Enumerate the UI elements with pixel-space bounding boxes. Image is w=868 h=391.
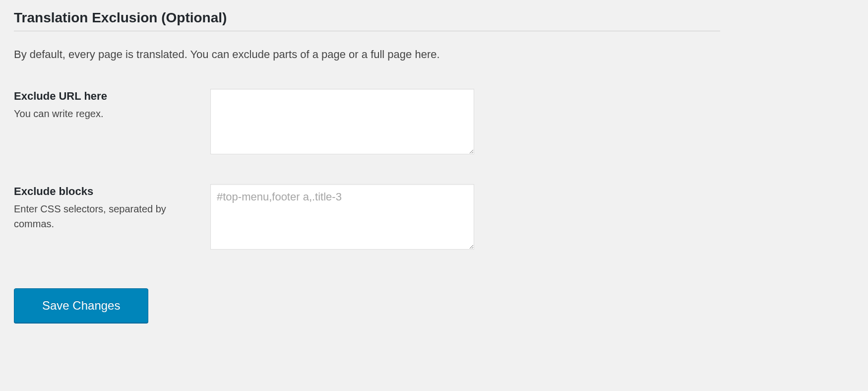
form-label-col: Exclude URL here You can write regex. (14, 89, 210, 121)
section-divider (14, 31, 720, 31)
exclude-url-textarea[interactable] (210, 89, 474, 154)
form-row-exclude-blocks: Exclude blocks Enter CSS selectors, sepa… (14, 184, 854, 252)
exclude-url-description: You can write regex. (14, 106, 200, 121)
form-label-col: Exclude blocks Enter CSS selectors, sepa… (14, 184, 210, 231)
section-title: Translation Exclusion (Optional) (14, 10, 854, 26)
exclude-blocks-label: Exclude blocks (14, 184, 200, 199)
exclude-blocks-textarea[interactable] (210, 184, 474, 250)
exclude-url-label: Exclude URL here (14, 89, 200, 104)
exclude-blocks-description: Enter CSS selectors, separated by commas… (14, 201, 200, 231)
section-description: By default, every page is translated. Yo… (14, 48, 854, 61)
save-changes-button[interactable]: Save Changes (14, 288, 148, 323)
form-input-col (210, 89, 474, 156)
form-row-exclude-url: Exclude URL here You can write regex. (14, 89, 854, 156)
form-input-col (210, 184, 474, 252)
